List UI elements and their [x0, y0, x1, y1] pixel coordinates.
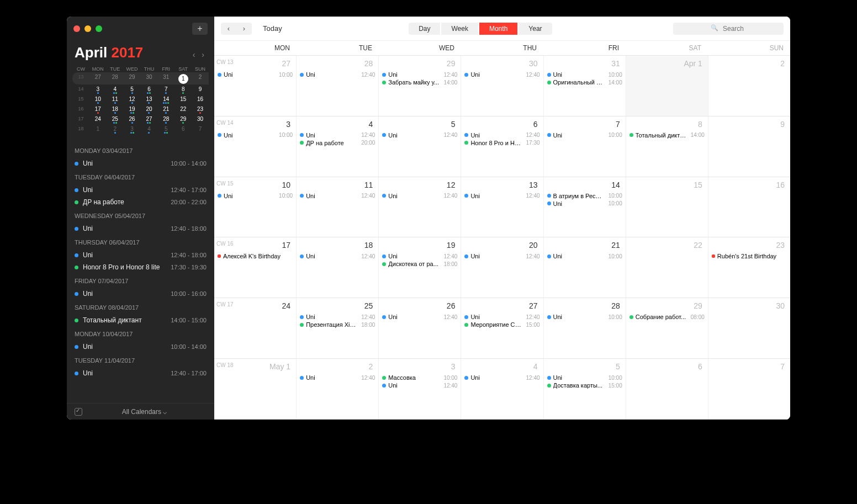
- grid-event[interactable]: Uni10:00: [218, 132, 293, 139]
- mini-day[interactable]: 10: [89, 94, 107, 104]
- mini-day[interactable]: 18: [107, 104, 124, 114]
- day-cell[interactable]: 29Собрание работ...08:00: [626, 298, 708, 358]
- mini-day[interactable]: 7: [157, 84, 174, 94]
- grid-event[interactable]: Uni10:00: [547, 374, 622, 381]
- day-cell[interactable]: 30Uni12:40: [461, 56, 543, 116]
- day-cell[interactable]: 4Uni12:40ДР на работе20:00: [297, 116, 379, 177]
- mini-day[interactable]: 3: [124, 124, 141, 134]
- mini-day[interactable]: 3: [89, 84, 107, 94]
- day-cell[interactable]: 7Uni10:00: [544, 116, 626, 177]
- grid-event[interactable]: Uni10:00: [218, 71, 293, 78]
- grid-event[interactable]: Забрать майку у...14:00: [382, 79, 457, 86]
- day-cell[interactable]: 19Uni12:40Дискотека от ра...18:00: [379, 237, 461, 298]
- mini-day[interactable]: 20: [141, 104, 158, 114]
- day-cell[interactable]: 27Uni12:40Мероприятие Са...15:00: [461, 298, 543, 358]
- agenda-event[interactable]: Uni12:40 - 17:00: [75, 184, 207, 196]
- day-cell[interactable]: 12Uni12:40: [379, 177, 461, 237]
- day-cell[interactable]: 3Массовка10:00Uni12:40: [379, 359, 461, 419]
- mini-day[interactable]: 13: [141, 94, 158, 104]
- mini-day[interactable]: 12: [124, 94, 141, 104]
- day-cell[interactable]: 28Uni10:00: [544, 298, 626, 358]
- grid-event[interactable]: Honor 8 Pro и Ho...17:30: [464, 140, 539, 146]
- day-cell[interactable]: 6: [626, 359, 708, 419]
- view-day[interactable]: Day: [409, 23, 440, 35]
- mini-day[interactable]: 8: [174, 84, 192, 94]
- grid-event[interactable]: Массовка10:00: [382, 374, 457, 381]
- mini-day[interactable]: 4: [141, 124, 158, 134]
- grid-event[interactable]: Uni12:40: [300, 314, 375, 320]
- mini-day[interactable]: 7: [192, 124, 209, 134]
- view-year[interactable]: Year: [519, 23, 552, 35]
- mini-day[interactable]: 22: [174, 104, 192, 114]
- mini-day[interactable]: 23: [192, 104, 209, 114]
- agenda-event[interactable]: Uni12:40 - 17:00: [75, 367, 207, 379]
- mini-day[interactable]: 2: [107, 124, 124, 134]
- day-cell[interactable]: 23Rubén's 21st Birthday: [708, 237, 790, 298]
- day-cell[interactable]: 21Uni10:00: [544, 237, 626, 298]
- grid-event[interactable]: Алексей K's Birthday: [218, 253, 293, 259]
- day-cell[interactable]: 16: [708, 177, 790, 237]
- grid-event[interactable]: Rubén's 21st Birthday: [712, 253, 787, 259]
- mini-day[interactable]: 24: [89, 114, 107, 124]
- mini-day[interactable]: 9: [192, 84, 209, 94]
- grid-event[interactable]: Uni12:40: [300, 132, 375, 139]
- grid-event[interactable]: Uni12:40: [382, 132, 457, 139]
- mini-day[interactable]: 27: [141, 114, 158, 124]
- day-cell[interactable]: 4Uni12:40: [461, 359, 543, 419]
- day-cell[interactable]: 30: [708, 298, 790, 358]
- grid-event[interactable]: Uni10:00: [547, 132, 622, 139]
- mini-day[interactable]: 26: [124, 114, 141, 124]
- grid-event[interactable]: Презентация Xia...18:00: [300, 321, 375, 328]
- grid-event[interactable]: Uni10:00: [218, 193, 293, 199]
- day-cell[interactable]: 28Uni12:40: [297, 56, 379, 116]
- agenda-event[interactable]: Uni12:40 - 18:00: [75, 249, 207, 261]
- mini-day[interactable]: 1: [89, 124, 107, 134]
- day-cell[interactable]: 9: [708, 116, 790, 177]
- close-icon[interactable]: [73, 25, 80, 32]
- mini-day[interactable]: 6: [174, 124, 192, 134]
- mini-day[interactable]: 25: [107, 114, 124, 124]
- mini-day[interactable]: 5: [157, 124, 174, 134]
- mini-day[interactable]: 31: [157, 72, 174, 84]
- grid-event[interactable]: Uni12:40: [382, 71, 457, 78]
- day-cell[interactable]: 18Uni12:40: [297, 237, 379, 298]
- day-cell[interactable]: 5Uni10:00Доставка карты...15:00: [544, 359, 626, 419]
- agenda-event[interactable]: ДР на работе20:00 - 22:00: [75, 196, 207, 208]
- grid-event[interactable]: Uni12:40: [300, 253, 375, 259]
- day-cell[interactable]: 7: [708, 359, 790, 419]
- mini-day[interactable]: 27: [89, 72, 107, 84]
- grid-event[interactable]: Собрание работ...08:00: [629, 314, 705, 320]
- grid-event[interactable]: Uni10:00: [547, 200, 622, 207]
- grid-event[interactable]: Uni12:40: [382, 382, 457, 389]
- grid-event[interactable]: Uni12:40: [464, 253, 539, 259]
- mini-day[interactable]: 29: [124, 72, 141, 84]
- mini-day[interactable]: 17: [89, 104, 107, 114]
- grid-event[interactable]: Uni12:40: [464, 71, 539, 78]
- calendar-selector[interactable]: All Calendars ⌵: [82, 408, 207, 416]
- day-cell[interactable]: 5Uni12:40: [379, 116, 461, 177]
- agenda-event[interactable]: Honor 8 Pro и Honor 8 lite17:30 - 19:30: [75, 261, 207, 273]
- grid-event[interactable]: Uni12:40: [300, 374, 375, 381]
- grid-event[interactable]: Uni12:40: [464, 374, 539, 381]
- grid-event[interactable]: Uni12:40: [382, 253, 457, 259]
- day-cell[interactable]: 13Uni12:40: [461, 177, 543, 237]
- view-month[interactable]: Month: [479, 23, 517, 35]
- grid-event[interactable]: Uni12:40: [464, 132, 539, 139]
- grid-event[interactable]: Uni10:00: [547, 314, 622, 320]
- grid-event[interactable]: ДР на работе20:00: [300, 140, 375, 146]
- month-grid[interactable]: CW 1327Uni10:0028Uni12:4029Uni12:40Забра…: [214, 56, 790, 420]
- day-cell[interactable]: 2: [708, 56, 790, 116]
- add-event-button[interactable]: +: [192, 23, 208, 35]
- day-cell[interactable]: 6Uni12:40Honor 8 Pro и Ho...17:30: [461, 116, 543, 177]
- day-cell[interactable]: 29Uni12:40Забрать майку у...14:00: [379, 56, 461, 116]
- agenda-list[interactable]: MONDAY 03/04/2017Uni10:00 - 14:00TUESDAY…: [67, 140, 214, 403]
- day-cell[interactable]: 26Uni12:40: [379, 298, 461, 358]
- next-button[interactable]: ›: [236, 23, 252, 35]
- day-cell[interactable]: 25Uni12:40Презентация Xia...18:00: [297, 298, 379, 358]
- agenda-event[interactable]: Uni10:00 - 14:00: [75, 341, 207, 353]
- grid-event[interactable]: Uni10:00: [547, 71, 622, 78]
- mini-day[interactable]: 30: [141, 72, 158, 84]
- mini-prev-icon[interactable]: ‹: [191, 50, 198, 59]
- fullscreen-icon[interactable]: [96, 25, 102, 32]
- mini-day[interactable]: 4: [107, 84, 124, 94]
